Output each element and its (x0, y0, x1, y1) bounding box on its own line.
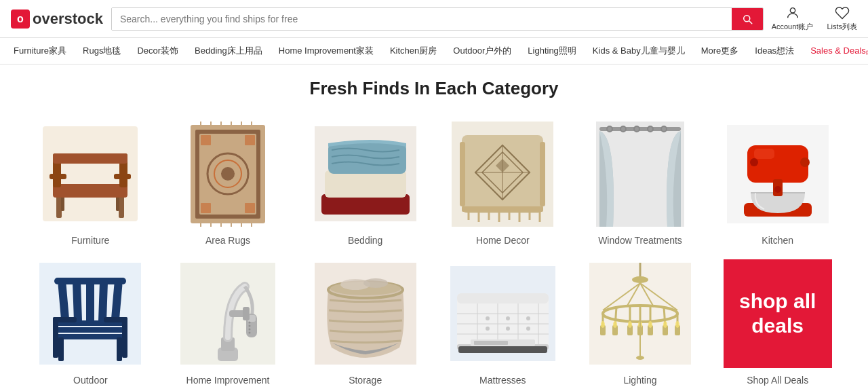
deals-line2: deals (751, 314, 804, 337)
svg-rect-11 (114, 174, 131, 179)
category-homedecor-image (448, 119, 557, 228)
category-area-rugs[interactable]: Area Rugs (165, 119, 292, 246)
svg-point-113 (506, 316, 510, 320)
svg-rect-19 (245, 135, 255, 145)
category-bedding-label: Bedding (348, 235, 382, 246)
category-deals-image: shop all deals (724, 259, 832, 368)
svg-rect-45 (462, 206, 543, 212)
svg-point-124 (632, 276, 648, 283)
svg-rect-121 (474, 341, 508, 345)
svg-point-115 (486, 327, 490, 331)
category-lighting[interactable]: Lighting (577, 259, 704, 386)
category-outdoor-label: Outdoor (73, 375, 108, 386)
lists-button[interactable]: Lists列表 (827, 5, 857, 32)
nav-item-ideas[interactable]: Ideas想法 (747, 38, 802, 64)
homedecor-illustration (452, 122, 553, 227)
svg-rect-71 (56, 327, 124, 333)
svg-point-68 (774, 186, 781, 193)
mattresses-illustration (450, 266, 555, 361)
category-kitchen[interactable]: Kitchen (714, 119, 841, 246)
category-kitchen-image (724, 119, 832, 228)
search-button[interactable] (732, 8, 763, 30)
nav-item-rugs[interactable]: Rugs地毯 (75, 38, 129, 64)
nav-item-decor[interactable]: Decor装饰 (129, 38, 186, 64)
search-input[interactable] (112, 8, 732, 30)
svg-point-17 (221, 167, 235, 181)
category-home-decor[interactable]: Home Decor (439, 119, 566, 246)
svg-point-145 (663, 321, 667, 328)
category-shop-all-deals[interactable]: shop all deals Shop All Deals (714, 259, 841, 386)
svg-rect-6 (53, 184, 127, 198)
lists-label: Lists列表 (827, 22, 857, 32)
storage-illustration (315, 263, 416, 365)
nav-item-kids[interactable]: Kids & Baby儿童与婴儿 (585, 38, 693, 64)
nav-item-sales[interactable]: Sales & Deals品 (802, 38, 868, 64)
category-window-treatments[interactable]: Window Treatments (577, 119, 704, 246)
svg-rect-119 (458, 346, 547, 353)
svg-rect-37 (328, 143, 406, 174)
svg-rect-80 (58, 337, 64, 361)
svg-rect-3 (119, 194, 124, 218)
category-lighting-label: Lighting (623, 375, 656, 386)
category-outdoor-image (36, 259, 144, 368)
category-home-improvement[interactable]: Home Improvement (165, 259, 292, 386)
category-rugs-label: Area Rugs (205, 235, 250, 246)
window-illustration (596, 122, 684, 227)
nav-item-bedding[interactable]: Bedding床上用品 (186, 38, 271, 64)
svg-point-141 (613, 321, 617, 328)
category-kitchen-label: Kitchen (762, 235, 793, 246)
svg-point-94 (248, 329, 250, 331)
category-storage-label: Storage (349, 375, 382, 386)
category-homedecor-label: Home Decor (476, 235, 530, 246)
category-outdoor[interactable]: Outdoor (27, 259, 154, 386)
svg-point-95 (248, 332, 250, 334)
nav-item-furniture[interactable]: Furniture家具 (5, 38, 75, 64)
svg-rect-83 (122, 317, 127, 358)
svg-rect-18 (201, 135, 211, 145)
svg-point-92 (248, 322, 250, 324)
nav-item-lighting[interactable]: Lighting照明 (519, 38, 585, 64)
svg-rect-10 (50, 174, 66, 179)
category-lighting-image (586, 259, 694, 368)
bedding-illustration (315, 126, 416, 221)
svg-point-93 (248, 325, 250, 327)
svg-rect-64 (754, 149, 774, 159)
category-mattresses-image (448, 259, 557, 368)
account-label: Account账户 (772, 22, 814, 32)
nav-item-more[interactable]: More更多 (693, 38, 747, 64)
category-window-label: Window Treatments (598, 235, 682, 246)
category-rugs-image (174, 119, 282, 228)
logo[interactable]: o overstock (11, 10, 103, 29)
category-mattresses[interactable]: Mattresses (439, 259, 566, 386)
svg-rect-41 (540, 142, 545, 206)
svg-rect-9 (53, 153, 127, 164)
category-homeimpr-image (174, 259, 282, 368)
nav-item-outdoor[interactable]: Outdoor户外的 (445, 38, 519, 64)
header-actions: Account账户 Lists列表 (772, 5, 857, 32)
logo-icon: o (11, 10, 30, 29)
category-deals-label: Shop All Deals (747, 375, 808, 386)
svg-point-67 (750, 158, 758, 166)
account-button[interactable]: Account账户 (772, 5, 814, 32)
svg-point-112 (486, 316, 490, 320)
svg-rect-72 (56, 334, 124, 339)
header: o overstock Account账户 Lists列表 (0, 0, 868, 38)
category-storage[interactable]: Storage (302, 259, 429, 386)
search-icon (741, 13, 753, 25)
svg-rect-81 (117, 337, 122, 361)
nav-item-home-improvement[interactable]: Home Improvement家装 (271, 38, 382, 64)
category-storage-image (311, 259, 420, 368)
svg-rect-75 (86, 279, 94, 323)
svg-rect-2 (56, 194, 62, 218)
svg-point-114 (526, 316, 530, 320)
homeimprovement-illustration (180, 263, 275, 365)
category-bedding[interactable]: Bedding (302, 119, 429, 246)
search-bar (111, 7, 764, 31)
svg-point-0 (790, 8, 795, 13)
nav-item-kitchen[interactable]: Kitchen厨房 (382, 38, 445, 64)
category-furniture[interactable]: Furniture (27, 119, 154, 246)
category-bedding-image (311, 119, 420, 228)
svg-point-117 (526, 327, 530, 331)
svg-point-66 (800, 158, 810, 167)
main-content: Fresh Finds In Each Category (0, 64, 868, 389)
